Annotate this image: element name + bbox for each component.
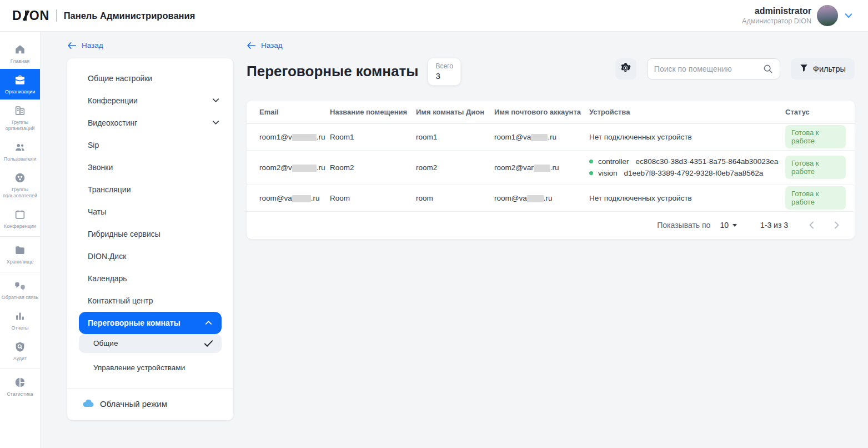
cell-mail-account: room@va.ru — [494, 194, 589, 202]
total-count-badge: Всего 3 — [428, 58, 460, 86]
rail-item-storage[interactable]: Хранилище — [0, 239, 40, 270]
sidebar-subitem-general[interactable]: Общие — [79, 334, 222, 353]
cell-status: Готова к работе — [785, 156, 846, 179]
total-value: 3 — [435, 71, 453, 81]
next-page-button[interactable] — [831, 220, 841, 230]
rail-item-user-groups[interactable]: Группы пользователей — [0, 167, 40, 203]
search-input[interactable] — [654, 64, 759, 73]
cell-status: Готова к работе — [785, 186, 846, 210]
table-row[interactable]: room2@v.ru Room2 room2 room2@var.ru cont… — [247, 151, 855, 185]
rail-item-statistics[interactable]: Статистика — [0, 371, 40, 402]
settings-button[interactable] — [615, 58, 636, 79]
sidebar-item-calendar[interactable]: Календарь — [67, 267, 233, 290]
column-header-email: Email — [259, 108, 330, 116]
redacted-text — [292, 134, 317, 141]
main-back-link[interactable]: Назад — [247, 41, 283, 49]
sidebar-item-label: Конференции — [88, 96, 138, 105]
filters-label: Фильтры — [813, 64, 846, 73]
cell-room-name: Room1 — [330, 133, 416, 141]
rail-item-users[interactable]: Пользователи — [0, 136, 40, 167]
back-label: Назад — [261, 41, 283, 49]
cell-email: room@va.ru — [259, 194, 330, 202]
user-menu[interactable]: administrator Администратор DION — [742, 5, 854, 26]
brand: DON Панель Администрирования — [12, 8, 195, 23]
chevron-down-icon[interactable] — [844, 11, 854, 21]
cell-mail-account: room1@va.ru — [494, 133, 589, 141]
rail-item-organizations[interactable]: Организации — [0, 69, 40, 99]
sidebar-subitem-device-management[interactable]: Управление устройствами — [79, 359, 222, 377]
rail-item-organization-groups[interactable]: Группы организаций — [0, 99, 40, 136]
per-page-select[interactable]: 10 — [720, 221, 737, 230]
sidebar-item-conferences[interactable]: Конференции — [67, 89, 233, 112]
cell-room-name: Room2 — [330, 163, 416, 172]
cell-devices: Нет подключенных устройств — [589, 194, 785, 202]
rail-item-home[interactable]: Главная — [0, 38, 40, 69]
user-role: Администратор DION — [742, 17, 811, 25]
main-content: Назад Переговорные комнаты Всего 3 — [242, 32, 868, 448]
sidebar-item-hybrid-services[interactable]: Гибридные сервисы — [67, 223, 233, 245]
page-title: Переговорные комнаты — [247, 63, 418, 80]
home-icon — [14, 43, 26, 56]
rail-item-reports[interactable]: Отчеты — [0, 305, 40, 336]
column-header-mail-account: Имя почтового аккаунта — [494, 108, 589, 116]
sidebar-item-label: Контактный центр — [88, 296, 153, 305]
icon-rail: Главная Организации Группы организаций П… — [0, 32, 41, 448]
cell-email: room1@v.ru — [259, 133, 330, 141]
funnel-icon — [800, 64, 808, 74]
buildings-icon — [14, 104, 26, 117]
per-page-value: 10 — [720, 221, 729, 230]
table-row[interactable]: room@va.ru Room room room@va.ru Нет подк… — [247, 185, 855, 212]
dion-logo: DON — [12, 8, 49, 23]
rail-item-label: Статистика — [7, 391, 33, 397]
column-header-status: Статус — [785, 108, 846, 116]
bar-chart-icon — [14, 310, 26, 322]
filters-button[interactable]: Фильтры — [791, 58, 855, 79]
chevron-down-icon — [212, 118, 220, 127]
users-icon — [14, 141, 26, 153]
calendar-icon — [14, 208, 26, 221]
rail-item-label: Отчеты — [11, 325, 28, 331]
sidebar-item-label: Чаты — [88, 207, 106, 216]
rail-item-label: Группы организаций — [1, 120, 39, 132]
sidebar-item-videohosting[interactable]: Видеохостинг — [67, 112, 233, 134]
sidebar-back-link[interactable]: Назад — [67, 41, 103, 49]
sidebar-item-contact-center[interactable]: Контактный центр — [67, 290, 233, 312]
rail-item-label: Обратная связь — [2, 295, 38, 301]
rail-item-feedback[interactable]: Обратная связь — [0, 275, 40, 305]
avatar[interactable] — [817, 5, 838, 26]
sidebar-item-meeting-rooms[interactable]: Переговорные комнаты — [79, 312, 222, 334]
redacted-text — [292, 195, 311, 202]
sidebar-item-sip[interactable]: Sip — [67, 134, 233, 156]
sidebar-item-label: Общие настройки — [88, 74, 152, 83]
secondary-sidebar: Назад Общие настройки Конференции Видеох… — [41, 32, 242, 448]
rail-item-label: Организации — [5, 89, 35, 95]
column-header-room-name: Название помещения — [330, 108, 416, 116]
search-icon[interactable] — [763, 64, 773, 74]
cell-devices: controller ec808c30-38d3-4351-8a75-864ab… — [589, 156, 785, 179]
cell-status: Готова к работе — [785, 125, 846, 148]
per-page-label: Показывать по — [657, 221, 710, 230]
search-box — [647, 58, 780, 79]
page-range: 1-3 из 3 — [760, 221, 788, 230]
prev-page-button[interactable] — [807, 220, 817, 230]
rail-item-audit[interactable]: Аудит — [0, 336, 40, 366]
cloud-mode-item[interactable]: Облачный режим — [67, 389, 233, 420]
sidebar-item-label: Трансляции — [88, 185, 131, 194]
cell-email: room2@v.ru — [259, 163, 330, 172]
rail-item-label: Главная — [11, 58, 29, 64]
sidebar-item-calls[interactable]: Звонки — [67, 156, 233, 178]
sidebar-item-general-settings[interactable]: Общие настройки — [67, 67, 233, 89]
sidebar-item-dion-disk[interactable]: DION.Диск — [67, 245, 233, 267]
sidebar-item-broadcasts[interactable]: Трансляции — [67, 178, 233, 201]
status-badge: Готова к работе — [785, 125, 846, 148]
cloud-icon — [82, 399, 94, 409]
chevron-up-icon — [204, 318, 213, 327]
subitem-label: Общие — [93, 339, 118, 347]
rail-item-label: Аудит — [13, 356, 27, 362]
app-title: Панель Администрирования — [64, 11, 195, 21]
sidebar-item-chats[interactable]: Чаты — [67, 201, 233, 223]
rail-item-label: Пользователи — [4, 156, 37, 162]
folder-icon — [14, 244, 26, 256]
table-row[interactable]: room1@v.ru Room1 room1 room1@va.ru Нет п… — [247, 124, 855, 151]
rail-item-conferences[interactable]: Конференции — [0, 203, 40, 234]
